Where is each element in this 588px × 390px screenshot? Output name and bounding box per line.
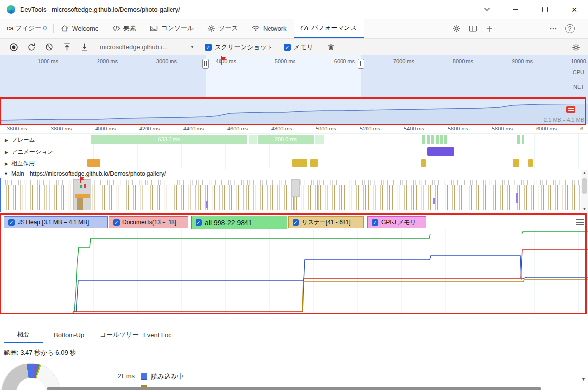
memory-toggle[interactable]: ✓ メモリ xyxy=(284,43,313,52)
interaction-bar[interactable] xyxy=(310,159,318,167)
add-panel-button[interactable] xyxy=(481,19,498,39)
settings-button[interactable] xyxy=(448,19,465,39)
tab-console[interactable]: コンソール xyxy=(143,19,200,38)
scroll-up-icon[interactable]: ▲ xyxy=(581,171,588,175)
screenshots-toggle[interactable]: ✓ スクリーンショット xyxy=(205,43,273,52)
scroll-down-icon[interactable]: ▼ xyxy=(581,377,586,382)
counters-menu-button[interactable] xyxy=(576,219,584,225)
animations-track-label: アニメーション xyxy=(11,148,53,155)
counter-line-listeners xyxy=(74,280,588,312)
range-handle-left[interactable] xyxy=(202,59,209,69)
chevron-right-icon: ▶ xyxy=(5,138,8,143)
frames-track-toggle[interactable]: ▶フレーム xyxy=(5,136,35,144)
layout-panel-icon xyxy=(469,25,477,33)
drawer-tab-bottom-up[interactable]: Bottom-Up xyxy=(47,326,91,343)
gear-icon xyxy=(452,25,461,33)
inspect-tool-button[interactable]: ca フィジー 0 xyxy=(0,19,53,38)
counter-toggle-js-heap[interactable]: ✓ JS Heap [3.1 MB – 4.1 MB] xyxy=(4,216,108,228)
drawer-tab-event-log[interactable]: Event Log xyxy=(136,326,179,343)
counter-toggle-gpu-memory[interactable]: ✓ GPI-J メモリ xyxy=(368,216,426,228)
tab-sources[interactable]: ソース xyxy=(200,19,245,38)
history-dropdown[interactable]: microsoftedge.github.i... xyxy=(100,43,168,51)
minimize-icon xyxy=(513,9,518,10)
time-tick: 7000 ms xyxy=(380,58,414,64)
main-thread-flamechart[interactable] xyxy=(0,178,588,212)
delete-recording-button[interactable] xyxy=(322,40,340,54)
task-block[interactable] xyxy=(291,179,300,197)
interactions-track[interactable]: ▶相互作用 xyxy=(0,157,588,169)
tab-performance[interactable]: パフォーマンス xyxy=(294,19,364,38)
help-icon: ? xyxy=(565,24,575,33)
help-button[interactable]: ? xyxy=(562,19,578,39)
interaction-bar[interactable] xyxy=(528,159,533,167)
performance-toolbar: microsoftedge.github.i... ▼ ✓ スクリーンショット … xyxy=(0,39,588,55)
reload-and-record-button[interactable] xyxy=(23,40,40,54)
tab-elements-label: 要素 xyxy=(123,24,136,33)
chevron-down-icon: ▼ xyxy=(4,171,8,176)
load-profile-button[interactable] xyxy=(58,40,75,54)
time-tick: 5600 ms xyxy=(448,126,468,131)
tab-elements[interactable]: 要素 xyxy=(105,19,143,38)
frame-bar[interactable] xyxy=(517,135,524,144)
range-handle-right[interactable] xyxy=(358,59,364,69)
long-task-flag-icon xyxy=(79,177,85,183)
refresh-icon xyxy=(27,43,36,51)
capture-settings-button[interactable] xyxy=(567,40,584,54)
save-profile-button[interactable] xyxy=(75,40,93,54)
tabbar-overflow-tools: ? xyxy=(545,19,578,39)
horizontal-scrollbar-thumb[interactable] xyxy=(47,387,541,390)
devtools-app-icon xyxy=(7,5,15,14)
net-track-label: NET xyxy=(573,84,584,90)
counter-js-heap-label: JS Heap [3.1 MB – 4.1 MB] xyxy=(18,219,89,226)
tab-welcome[interactable]: Welcome xyxy=(54,19,105,38)
time-tick: 4800 ms xyxy=(271,126,292,131)
counter-toggle-listeners[interactable]: ✓ リスナー[41 - 681] xyxy=(288,216,364,228)
frame-bar[interactable]: 200.0 ms xyxy=(258,135,314,144)
record-button[interactable] xyxy=(5,40,23,54)
frame-bar[interactable] xyxy=(249,135,257,144)
chevron-right-icon: ▶ xyxy=(5,150,8,155)
tabbar-right-tools xyxy=(448,19,498,39)
time-tick: 3600 ms xyxy=(7,126,27,131)
checkbox-checked-icon: ✓ xyxy=(372,219,378,226)
interaction-bar[interactable] xyxy=(292,159,307,167)
interaction-bar[interactable] xyxy=(513,159,519,167)
checkbox-checked-icon: ✓ xyxy=(8,219,15,226)
inspect-tool-label: ca フィジー 0 xyxy=(7,24,47,33)
chevron-down-icon[interactable]: ▼ xyxy=(190,45,194,49)
frame-bar[interactable] xyxy=(315,135,324,144)
window-minimize-button[interactable] xyxy=(506,2,525,16)
dock-layout-button[interactable] xyxy=(465,19,481,39)
drawer-tab-summary[interactable]: 概要 xyxy=(4,326,43,343)
scrollbar-thumb[interactable] xyxy=(582,178,587,194)
interactions-track-toggle[interactable]: ▶相互作用 xyxy=(5,159,35,168)
animations-track[interactable]: ▶アニメーション xyxy=(0,146,588,157)
frame-bar[interactable]: 633.3 ms xyxy=(91,135,247,144)
frames-track[interactable]: ▶フレーム 633.3 ms 200.0 ms xyxy=(0,134,588,146)
window-close-button[interactable]: × xyxy=(564,2,584,16)
main-thread-header[interactable]: ▼ Main－https://microsoftedge.github.io/D… xyxy=(0,169,588,178)
memory-overview-strip[interactable]: 2.1 MB – 4.1 MB xyxy=(0,98,588,124)
legend-label: 読み込み中 xyxy=(151,372,184,381)
animations-track-toggle[interactable]: ▶アニメーション xyxy=(5,148,53,156)
performance-gauge-icon xyxy=(300,24,308,32)
counter-toggle-nodes[interactable]: ✓ all 998-22 9841 xyxy=(191,216,287,229)
window-maximize-button[interactable] xyxy=(535,2,555,16)
window-dock-chevron-button[interactable] xyxy=(477,2,496,16)
clear-recording-button[interactable] xyxy=(40,40,58,54)
scroll-down-icon[interactable]: ▼ xyxy=(581,207,588,211)
interaction-bar[interactable] xyxy=(87,159,100,167)
timeline-overview[interactable]: 1000 ms2000 ms3000 ms4000 ms5000 ms6000 … xyxy=(0,55,588,98)
interaction-bar[interactable] xyxy=(421,159,426,167)
more-options-button[interactable] xyxy=(545,19,562,39)
flamechart-scrollbar[interactable]: ▲ ▼ xyxy=(581,170,588,212)
sources-icon xyxy=(207,25,215,32)
frame-bar-cluster[interactable] xyxy=(422,135,448,144)
tab-network[interactable]: Network xyxy=(245,19,294,38)
memory-counters-chart[interactable] xyxy=(0,229,588,313)
counter-toggle-documents[interactable]: ✓ Documents(13－ 18] xyxy=(109,216,188,228)
time-tick: 5200 ms xyxy=(360,126,380,131)
long-task-block[interactable] xyxy=(74,179,91,210)
time-tick: 4600 ms xyxy=(227,126,248,131)
animation-bar[interactable] xyxy=(427,147,454,156)
